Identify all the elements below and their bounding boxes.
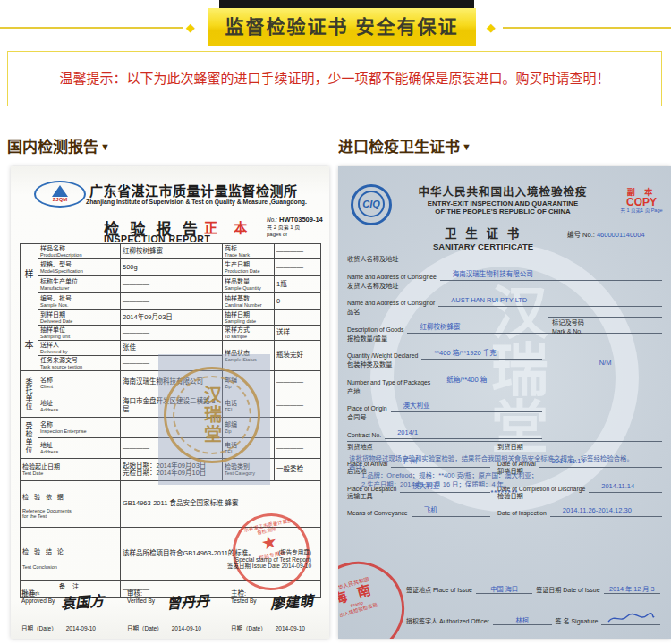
field-value: 飞机 [412,506,437,514]
label-cn: 授权签字人 [406,618,437,624]
label-en: Test Date [22,470,118,476]
report-pages-cn: 共 2 页第 1 页 [267,224,326,231]
value-cell: 张佳 [121,341,223,356]
stamp-note-en: (Special stamp of Test Report) [145,556,311,564]
label-cn: 标称生产单位 [40,278,118,285]
notice-box: 温馨提示：以下为此次蜂蜜的进口手续证明，少一项都不能确保是原装进口。购买时请查明… [7,51,662,106]
field-consignee: 收货人名称及地址 Name and Address of Consignee海南… [347,256,662,281]
label-cn: 到样日期 [40,311,118,318]
label-cell: 商标Trade Mark [223,244,275,259]
field-label-cn: 收货人名称及地址 [347,256,662,264]
sample-band-cell: 样 本 [21,244,38,371]
signer-date-line: 日期（Date）2014-09-10 [127,623,227,632]
field-value: 澳大利亚 [391,402,430,410]
field-quantity: 报检数量/重量 Quantity /Weight Declared**400 箱… [347,335,542,360]
label-en: Signature [571,618,598,624]
issue-row-place-date: 签证地点 Place of Issue 中国 海口 签证日期 Date of I… [406,585,664,594]
field-label-cn: 到货日期 [497,444,662,452]
label-en: for the Test [22,513,118,519]
field-value: 2014/1 [385,428,418,436]
zjqm-logo-icon: ZJQM [34,181,86,208]
field-label-cn: 到货地点 [347,444,490,452]
signer-signature: 曾丹丹 [166,589,210,613]
stamp-note-cn: (报告专用章) [145,549,311,556]
statement-item2: 2.生产日期：2014 年 10 月 16 日；保质期：4 年。 [349,480,660,489]
cert-pages: 共 1 页第1 页 Page [616,208,667,214]
cert-head-en1: ENTRY-EXIT INSPECTION AND QUARANTINE [397,199,608,208]
label-cn: 地址 [40,400,118,407]
label-cell: 抽样日期Sampling date [223,310,275,326]
field-packages: 包装种类及数量 Number and Type of Packages纸箱/**… [347,361,542,386]
value-cell: 0 [275,293,321,310]
issue-date-label: 签证日期 Date of Issue [536,586,599,594]
field-label-cn: 报检数量/重量 [347,335,542,343]
label-en: Client [40,384,118,389]
value-cell: ———— [275,259,321,276]
issue-place-label: 签证地点 Place of Issue [406,586,472,594]
label-en: Place of Issue [433,587,472,593]
label-en: Inspection Enterprise [40,428,118,434]
section-title-left-label: 国内检测报告 [7,139,98,156]
label-cell: 送样人Delivered by [38,341,121,356]
issue-row-officer-sign: 授权签字人 Authorized Officer 林柯 签 名 Signatur… [406,612,664,625]
field-contract: 合同号 Contract No.2014/1 [347,414,542,439]
label-en: Model/Specification [40,268,118,274]
section-title-domestic-report[interactable]: 国内检测报告▼ [7,134,110,157]
label-cell: 抽样基数Cardinal Number [223,293,275,310]
value-cell: ———— [275,418,321,438]
band-char-top: 样 [22,267,36,280]
cert-head-cn: 中华人民共和国出入境检验检疫 [397,182,608,199]
copy-mark-block: 副 本 COPY 共 1 页第1 页 Page [616,186,667,214]
signature-label: 签 名 Signature [556,617,599,625]
gold-seal-inner-ring: 汉瑞堂 [173,376,251,454]
statement-item1: 1.品牌：Onefood；规格：**400 克/瓶；原产国：澳大利亚； [349,471,660,480]
field-label-en: Description of Goods [347,326,403,334]
label-cn: 签证日期 [536,587,561,593]
field-value: 海南汉瑞生物科技有限公司 [440,270,533,278]
field-value: AUST HAN RUI PTY LTD [438,296,527,304]
label-en: Sampling unit [40,334,118,339]
label-cell: 到样日期Delivered Date [38,310,121,326]
issue-place-value: 中国 海口 [490,585,518,593]
sanitary-certificate-document: 汉瑞堂 CIQ 中华人民共和国出入境检验检疫 ENTRY-EXIT INSPEC… [338,166,671,639]
label-cn: 生产日期 [225,261,272,268]
field-value: **400 箱/**1920 千克 [421,349,497,357]
client-band-cell: 委托单位 [21,371,38,418]
signer-verified: 审核: Verified By 曾丹丹 日期（Date）2014-09-10 [127,590,227,632]
label-cn: 采样方式 [225,326,272,334]
statement-stars: ******** [349,488,660,497]
reference-label-cell: 检 验 依 据 Reference Documents for the Test [21,481,121,528]
label-en: Authorized Officer [439,618,489,624]
label-cn: 规格、型号 [40,261,118,268]
label-cn: 地址 [40,442,118,449]
report-no-value: HWT03509-14 [279,216,323,224]
value-cell: ———— [275,394,321,418]
ciq-logo-icon: CIQ [351,184,392,225]
field-value: 红柳桉树蜂蜜 [407,323,460,331]
label-en: Trade Mark [225,252,272,258]
report-org-name-en: Zhanjiang Institute of Supervision & Tes… [86,199,326,205]
label-cell: 编号、批号Sample Nos. [38,293,121,310]
label-cell: 检验起止日期Test Date [21,459,121,481]
officer-name: 林柯 [515,616,528,624]
date-label: 日期（Date） [21,625,57,631]
label-cn: 检 验 结 论 [22,548,118,555]
report-org-name-cn: 广东省湛江市质量计量监督检测所 [89,181,324,199]
label-cell: 任务来源文号Task source textion [38,356,121,371]
field-label-cn: 发货人名称及地址 [347,283,662,291]
cert-no-label: 编号 No.: [567,231,595,239]
value-cell: 送样 [275,326,321,341]
section-title-import-certificate[interactable]: 进口检疫卫生证书▼ [338,134,471,157]
label-cell: 名称Inspection Enterprise [38,418,121,438]
label-cn: 签证地点 [406,587,431,593]
label-cn: 样品名称 [40,245,118,252]
certificate-title: 卫 生 证 书 SANITARY CERTIFICATE [433,224,533,251]
value-cell: 瓶装完好 [275,341,321,371]
value-cell: 红柳桉树蜂蜜 [121,244,223,259]
field-consignor: 发货人名称及地址 Name and Address of ConsignorAU… [347,283,662,308]
field-label-cn: 产地 [347,388,542,396]
field-label-en: Name and Address of Consignor [347,299,435,307]
label-cell: 采样方式To sample [223,326,275,341]
gold-seal-circle: 汉瑞堂 [164,367,260,463]
date-label: 日期（Date） [127,625,163,631]
